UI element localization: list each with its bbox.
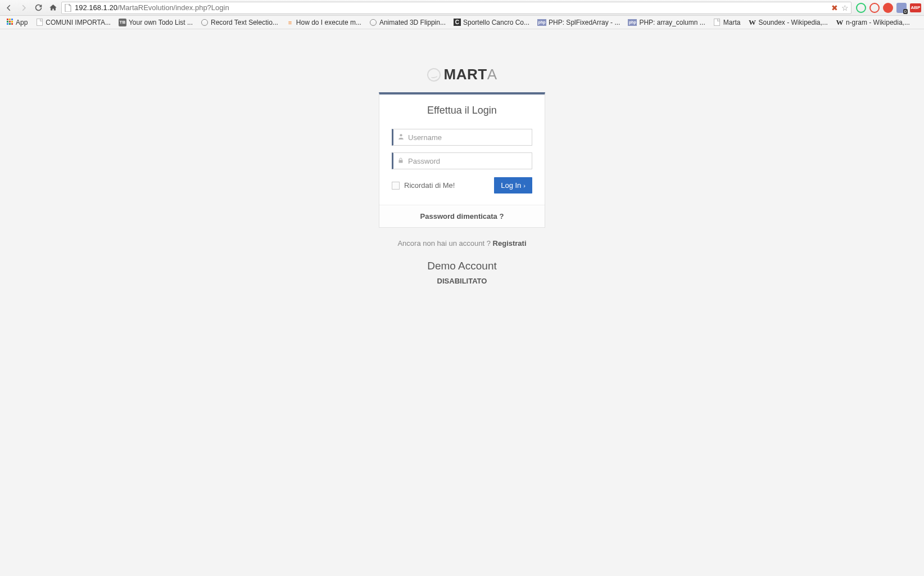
- apps-label: App: [16, 19, 28, 26]
- login-title: Effettua il Login: [392, 105, 532, 116]
- globe-icon: [369, 19, 377, 26]
- bookmarks-bar: App COMUNI IMPORTA... TB Your own Todo L…: [0, 16, 924, 29]
- bookmark-label: Your own Todo List ...: [129, 19, 193, 26]
- bookmark-label: PHP: SplFixedArray - ...: [549, 19, 620, 26]
- login-card: Effettua il Login Ricordati di Me!: [379, 92, 545, 228]
- bookmark-item[interactable]: php PHP: array_column ...: [624, 17, 708, 28]
- demo-account-status: DISABILITATO: [437, 277, 487, 285]
- bookmark-label: Soundex - Wikipedia,...: [758, 19, 827, 26]
- login-button-label: Log In: [501, 181, 521, 190]
- extension-red-icon[interactable]: [883, 3, 893, 13]
- page-content: MARTA Effettua il Login Ricordati di M: [0, 29, 924, 576]
- forward-button[interactable]: [17, 2, 30, 14]
- bookmark-label: Sportello Cancro Co...: [463, 19, 529, 26]
- bookmark-label: n-gram - Wikipedia,...: [846, 19, 910, 26]
- register-prompt: Ancora non hai un account ? Registrati: [397, 239, 526, 248]
- extension-abp-icon[interactable]: ABP: [910, 3, 921, 12]
- broken-cookie-icon[interactable]: ✖: [831, 3, 838, 12]
- chevron-right-icon: ›: [523, 182, 526, 189]
- bookmark-item[interactable]: Animated 3D Flippin...: [366, 17, 449, 28]
- user-icon: [393, 133, 408, 142]
- logo-mark-icon: [426, 67, 442, 83]
- page-icon: [64, 4, 72, 12]
- remember-me-checkbox[interactable]: Ricordati di Me!: [392, 181, 455, 190]
- register-text: Ancora non hai un account ?: [397, 239, 492, 248]
- bookmark-label: COMUNI IMPORTA...: [46, 19, 111, 26]
- app-logo: MARTA: [427, 66, 497, 83]
- lock-icon: [393, 157, 408, 165]
- bookmark-item[interactable]: php PHP: SplFixedArray - ...: [534, 17, 623, 28]
- extension-counter-icon[interactable]: [896, 3, 907, 13]
- back-button[interactable]: [3, 2, 15, 14]
- bookmark-label: PHP: array_column ...: [639, 19, 705, 26]
- extension-icons: ABP: [854, 3, 921, 13]
- todo-icon: TB: [119, 19, 126, 26]
- wikipedia-icon: W: [836, 19, 844, 26]
- login-button[interactable]: Log In ›: [494, 177, 532, 194]
- php-icon: php: [628, 19, 637, 26]
- bookmark-item[interactable]: TB Your own Todo List ...: [115, 17, 196, 28]
- bookmark-label: Marta: [723, 19, 741, 26]
- svg-point-0: [400, 134, 402, 136]
- bookmark-item[interactable]: Record Text Selectio...: [197, 17, 282, 28]
- php-icon: php: [537, 19, 546, 26]
- bookmark-item[interactable]: C Sportello Cancro Co...: [450, 17, 533, 28]
- c-icon: C: [454, 19, 461, 26]
- bookmark-label: Animated 3D Flippin...: [379, 19, 446, 26]
- demo-account-title: Demo Account: [427, 260, 497, 272]
- remember-me-label: Ricordati di Me!: [404, 181, 455, 190]
- register-link[interactable]: Registrati: [493, 239, 527, 248]
- bookmark-item[interactable]: COMUNI IMPORTA...: [32, 17, 114, 28]
- globe-icon: [201, 19, 209, 26]
- url-path: /MartaREvolution/index.php?Login: [117, 3, 229, 12]
- stackoverflow-icon: ≡: [286, 19, 294, 26]
- apps-button[interactable]: App: [2, 17, 31, 28]
- bookmark-item[interactable]: ≡ How do I execute m...: [283, 17, 365, 28]
- bookmark-label: Record Text Selectio...: [211, 19, 278, 26]
- url-host: 192.168.1.20: [75, 3, 117, 12]
- bookmark-label: How do I execute m...: [296, 19, 361, 26]
- username-field-wrap: [392, 129, 532, 146]
- password-input[interactable]: [408, 153, 532, 169]
- bookmark-item[interactable]: W Soundex - Wikipedia,...: [745, 17, 831, 28]
- logo-text: MARTA: [444, 66, 497, 83]
- home-button[interactable]: [47, 2, 59, 14]
- address-bar[interactable]: 192.168.1.20/MartaREvolution/index.php?L…: [61, 2, 851, 14]
- browser-toolbar: 192.168.1.20/MartaREvolution/index.php?L…: [0, 0, 924, 16]
- page-icon: [713, 19, 721, 26]
- bookmark-star-icon[interactable]: ☆: [841, 3, 849, 12]
- page-icon: [35, 19, 43, 26]
- extension-red-ring-icon[interactable]: [869, 3, 880, 13]
- checkbox-icon: [392, 182, 400, 190]
- username-input[interactable]: [408, 129, 532, 145]
- forgot-password-link[interactable]: Password dimenticata ?: [379, 205, 545, 227]
- extension-green-icon[interactable]: [856, 3, 866, 13]
- apps-grid-icon: [6, 19, 13, 26]
- bookmark-item[interactable]: Marta: [710, 17, 744, 28]
- svg-rect-1: [399, 160, 403, 163]
- wikipedia-icon: W: [748, 19, 756, 26]
- password-field-wrap: [392, 152, 532, 169]
- bookmark-item[interactable]: W n-gram - Wikipedia,...: [832, 17, 913, 28]
- reload-button[interactable]: [32, 2, 44, 14]
